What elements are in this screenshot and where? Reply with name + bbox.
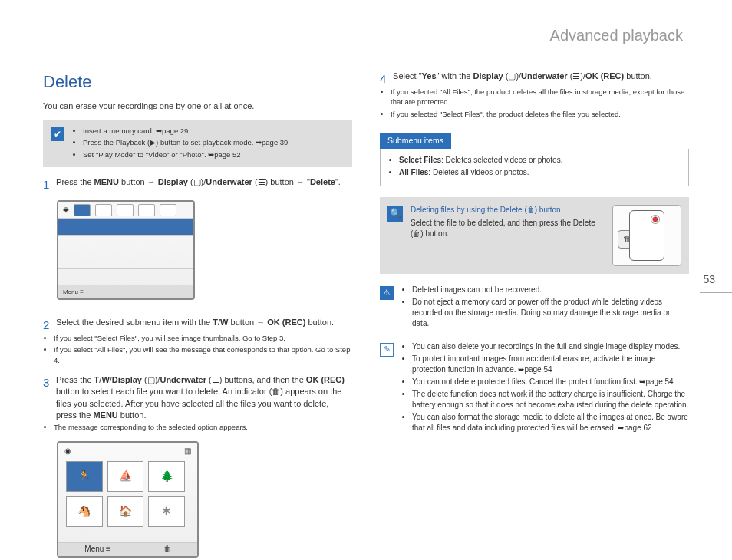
tab-icon (74, 204, 91, 216)
t: Press the (56, 375, 94, 384)
step-3: 3 Press the T/W/Display (▢)/Underwater (… (43, 374, 352, 422)
t: Underwater (206, 177, 252, 186)
step-text: Press the T/W/Display (▢)/Underwater (☰)… (56, 374, 351, 422)
intro-text: You can erase your recordings one by one… (43, 100, 352, 112)
menu-label: Menu ≡ (84, 544, 110, 555)
battery-icon: ▥ (184, 446, 191, 455)
prereq-list: Insert a memory card. ➥page 29 Press the… (72, 126, 288, 161)
t: (▢)/ (142, 375, 160, 384)
tip-delete-button: 🔍 Deleting files by using the Delete (🗑)… (380, 197, 689, 274)
page-divider (700, 292, 732, 293)
t: button. (624, 71, 652, 81)
menu-row-selected (58, 219, 193, 236)
t: Underwater (521, 71, 568, 81)
t: (▢)/ (503, 71, 521, 81)
step-2: 2 Select the desired submenu item with t… (43, 317, 352, 333)
submenu-item: Select Files: Deletes selected videos or… (399, 155, 681, 166)
t: Yes (422, 71, 437, 81)
note-icon: ✎ (380, 343, 394, 357)
record-icon: ◉ (64, 446, 71, 455)
step-text: Select the desired submenu item with the… (56, 317, 351, 328)
t: (☰) button → " (252, 177, 310, 186)
tab-icon (138, 204, 155, 216)
t: W (101, 375, 109, 384)
info-bullet: The delete function does not work if the… (412, 389, 689, 410)
thumbnail-selected: 🏃 (66, 461, 103, 492)
trash-icon: 🗑 (163, 544, 171, 555)
step4-bullets: If you selected "All Files", the product… (380, 87, 689, 119)
t: W (220, 318, 228, 327)
warn-bullet: Deleted images can not be recovered. (412, 285, 689, 295)
t: OK (REC) (585, 71, 624, 81)
menu-row (58, 252, 193, 269)
thumbnail: ⛵ (107, 461, 144, 492)
tip-body: Select the file to be deleted, and then … (411, 218, 605, 239)
submenu-box: Select Files: Deletes selected videos or… (380, 149, 689, 186)
t: OK (REC) (306, 375, 345, 384)
step-text: Press the MENU button → Display (▢)/Unde… (56, 176, 351, 188)
submenu-section: Submenu items Select Files: Deletes sele… (380, 133, 689, 186)
step-number: 2 (43, 317, 54, 333)
step2-bullets: If you select "Select Files", you will s… (43, 333, 352, 365)
t: If you select "Select Files", you will s… (54, 334, 285, 342)
info-block: ✎ You can also delete your recordings in… (380, 341, 689, 435)
info-bullet: You can not delete protected files. Canc… (412, 377, 689, 387)
t: Underwater (160, 375, 206, 384)
t: Display (158, 177, 188, 186)
step-number: 3 (43, 374, 54, 390)
thumbnail: 🌲 (148, 461, 185, 492)
t: (▢)/ (188, 177, 206, 186)
screenshot-thumbnails: ◉▥ 🏃 ⛵ 🌲 🐴 🏠 ✱ Menu ≡🗑 (57, 441, 199, 558)
t: Select the desired submenu item with the (56, 318, 213, 327)
thumbnail: ✱ (148, 496, 185, 527)
step-text: Select "Yes" with the Display (▢)/Underw… (393, 71, 688, 82)
left-column: Delete You can erase your recordings one… (43, 71, 352, 560)
tip-title: Deleting files by using the Delete (🗑) b… (411, 205, 605, 216)
manual-page: Advanced playback Delete You can erase y… (0, 0, 732, 560)
info-bullet: To protect important images from acciden… (412, 354, 689, 375)
info-bullet: You can also format the storage media to… (412, 412, 689, 433)
t: (☰) buttons, and then the (206, 375, 306, 384)
thumbnail: 🏠 (107, 496, 144, 527)
section-heading: Delete (43, 71, 352, 94)
t: button → (119, 177, 158, 186)
step-4: 4 Select "Yes" with the Display (▢)/Unde… (380, 71, 689, 87)
submenu-item: All Files: Deletes all videos or photos. (399, 167, 681, 178)
t: Press the (56, 177, 94, 186)
bullet: The message corresponding to the selecte… (54, 422, 352, 432)
bullet: If you select "All Files", you will see … (54, 344, 352, 365)
t: Delete (310, 177, 335, 186)
t: button. (305, 318, 334, 327)
prereq-item: Set "Play Mode" to "Video" or "Photo". ➥… (83, 150, 288, 160)
t: button → (228, 318, 267, 327)
submenu-title: Submenu items (380, 133, 451, 149)
step-1: 1 Press the MENU button → Display (▢)/Un… (43, 176, 352, 193)
t: MENU (93, 410, 117, 420)
t: button. (118, 410, 147, 420)
menu-label: Menu ≡ (63, 288, 84, 296)
warning-icon: ⚠ (380, 286, 394, 300)
t: MENU (94, 177, 119, 186)
t: Display (473, 71, 503, 81)
bullet: If you selected "All Files", the product… (391, 87, 689, 107)
record-icon: ◉ (63, 205, 69, 215)
bullet: If you select "Select Files", you will s… (54, 333, 352, 343)
chapter-title: Advanced playback (550, 25, 683, 46)
t: ". (335, 177, 341, 186)
step-number: 1 (43, 176, 54, 193)
prereq-item: Press the Playback (▶) button to set pla… (83, 137, 288, 147)
bullet: If you selected "Select Files", the prod… (391, 109, 689, 119)
t: (☰)/ (568, 71, 585, 81)
camera-illustration: 🗑 (612, 205, 681, 266)
check-icon: ✔ (51, 127, 64, 141)
tab-icon (117, 204, 134, 216)
step3-bullets: The message corresponding to the selecte… (43, 422, 352, 432)
t: : Deletes all videos or photos. (428, 168, 529, 176)
prereq-note-box: ✔ Insert a memory card. ➥page 29 Press t… (43, 120, 352, 167)
prereq-item: Insert a memory card. ➥page 29 (83, 126, 288, 136)
t: Select Files (399, 156, 441, 164)
info-bullet: You can also delete your recordings in t… (412, 341, 689, 352)
tab-icon (160, 204, 176, 216)
t: " with the (437, 71, 473, 81)
right-column: 4 Select "Yes" with the Display (▢)/Unde… (380, 71, 689, 560)
